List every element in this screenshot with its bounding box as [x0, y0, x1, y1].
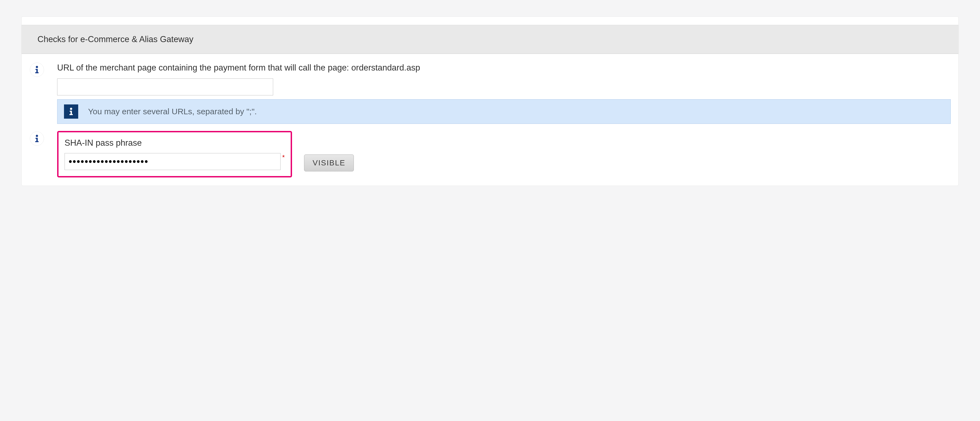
info-icon[interactable]: [30, 63, 44, 77]
info-square-icon: [64, 105, 78, 119]
sha-row: SHA-IN pass phrase * VISIBLE: [22, 131, 958, 186]
settings-panel: Checks for e-Commerce & Alias Gateway UR…: [21, 16, 959, 186]
section-header: Checks for e-Commerce & Alias Gateway: [22, 25, 958, 54]
url-note-text: You may enter several URLs, separated by…: [88, 107, 257, 116]
sha-input-row: *: [65, 153, 285, 170]
svg-point-0: [36, 66, 38, 68]
sha-field-column: SHA-IN pass phrase * VISIBLE: [57, 131, 958, 178]
url-field-column: URL of the merchant page containing the …: [57, 62, 958, 124]
merchant-url-input[interactable]: [57, 78, 273, 95]
sha-in-passphrase-input[interactable]: [65, 153, 280, 170]
sha-field-label: SHA-IN pass phrase: [65, 137, 285, 149]
svg-rect-6: [70, 111, 72, 114]
toggle-visibility-button[interactable]: VISIBLE: [304, 154, 354, 172]
svg-point-8: [36, 135, 38, 137]
sha-highlight-box: SHA-IN pass phrase *: [57, 131, 292, 178]
url-field-label: URL of the merchant page containing the …: [57, 62, 951, 73]
url-row: URL of the merchant page containing the …: [22, 62, 958, 124]
svg-rect-3: [35, 72, 38, 73]
info-icon[interactable]: [30, 132, 44, 146]
svg-point-4: [70, 108, 72, 110]
svg-rect-10: [37, 138, 38, 141]
url-note-box: You may enter several URLs, separated by…: [57, 99, 951, 124]
svg-rect-2: [37, 69, 38, 73]
svg-rect-7: [70, 114, 73, 115]
svg-rect-11: [35, 141, 38, 142]
required-indicator: *: [282, 154, 285, 161]
section-title: Checks for e-Commerce & Alias Gateway: [37, 35, 193, 44]
